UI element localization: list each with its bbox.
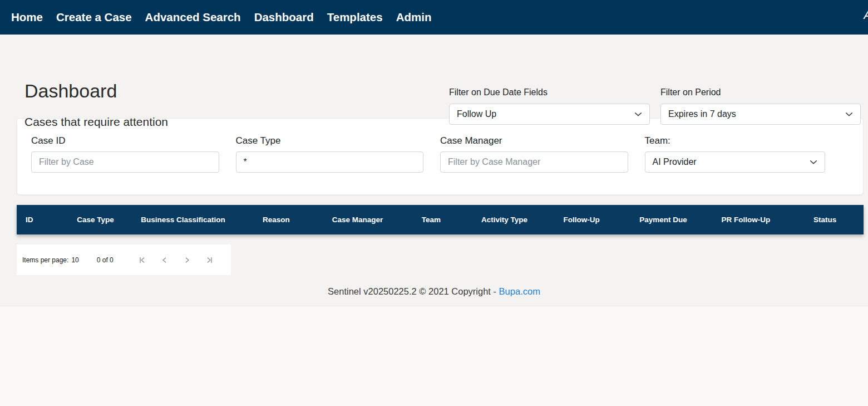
- footer-version-text: Sentinel v20250225.2 © 2021 Copyright -: [328, 286, 499, 296]
- column-header-payment-due[interactable]: Payment Due: [622, 216, 706, 224]
- top-navbar: Home Create a Case Advanced Search Dashb…: [0, 0, 868, 35]
- table-paginator: Items per page: 10 0 of 0: [17, 244, 231, 275]
- next-page-icon[interactable]: [176, 249, 198, 271]
- nav-item-admin[interactable]: Admin: [389, 0, 438, 35]
- filter-period: Filter on Period Expires in 7 days: [660, 87, 861, 125]
- column-header-business-classification[interactable]: Business Classification: [134, 216, 233, 224]
- footer-bupa-link[interactable]: Bupa.com: [499, 286, 540, 296]
- first-page-icon[interactable]: [131, 249, 154, 271]
- team-select-value: AI Provider: [653, 157, 697, 167]
- period-filter-select[interactable]: Expires in 7 days: [660, 104, 861, 125]
- nav-item-advanced-search[interactable]: Advanced Search: [139, 0, 248, 35]
- last-page-icon[interactable]: [198, 249, 220, 271]
- case-manager-field-group: Case Manager: [440, 135, 645, 173]
- column-header-follow-up[interactable]: Follow-Up: [542, 216, 622, 224]
- case-filter-card: Case ID Case Type Case Manager Team: AI …: [17, 118, 864, 195]
- content-area: Dashboard Cases that require attention F…: [0, 35, 868, 306]
- cases-table-header: ID Case Type Business Classification Rea…: [17, 205, 864, 234]
- chevron-down-icon: [634, 110, 642, 118]
- paginator-buttons: [131, 249, 220, 271]
- column-header-pr-follow-up[interactable]: PR Follow-Up: [705, 216, 786, 224]
- case-manager-label: Case Manager: [440, 135, 628, 146]
- case-type-label: Case Type: [236, 135, 424, 146]
- header-row: Dashboard Cases that require attention F…: [0, 35, 868, 118]
- column-header-reason[interactable]: Reason: [233, 216, 320, 224]
- period-filter-label: Filter on Period: [660, 87, 861, 97]
- column-header-status[interactable]: Status: [786, 216, 864, 224]
- nav-item-dashboard[interactable]: Dashboard: [248, 0, 320, 35]
- case-id-label: Case ID: [31, 135, 219, 146]
- nav-item-home[interactable]: Home: [4, 0, 50, 35]
- team-label: Team:: [645, 135, 826, 146]
- column-header-case-type[interactable]: Case Type: [57, 216, 134, 224]
- case-type-input[interactable]: [236, 151, 424, 173]
- items-per-page-select[interactable]: 10: [71, 256, 78, 264]
- paginator-range-text: 0 of 0: [97, 256, 114, 264]
- due-date-filter-value: Follow Up: [457, 109, 496, 119]
- page-title: Dashboard: [24, 80, 117, 102]
- chevron-down-icon: [845, 110, 853, 118]
- period-filter-value: Expires in 7 days: [668, 109, 736, 119]
- case-id-field-group: Case ID: [31, 135, 236, 173]
- team-select[interactable]: AI Provider: [645, 151, 826, 173]
- page-subtitle: Cases that require attention: [24, 115, 168, 129]
- column-header-activity-type[interactable]: Activity Type: [467, 216, 542, 224]
- case-manager-input[interactable]: [440, 151, 628, 173]
- column-header-case-manager[interactable]: Case Manager: [320, 216, 395, 224]
- chevron-down-icon: [810, 158, 817, 166]
- nav-item-templates[interactable]: Templates: [320, 0, 389, 35]
- due-date-filter-label: Filter on Due Date Fields: [449, 87, 650, 97]
- team-field-group: Team: AI Provider: [645, 135, 850, 173]
- previous-page-icon[interactable]: [154, 249, 176, 271]
- column-header-team[interactable]: Team: [395, 216, 467, 224]
- filter-due-date-fields: Filter on Due Date Fields Follow Up: [449, 87, 650, 125]
- footer: Sentinel v20250225.2 © 2021 Copyright - …: [0, 286, 868, 297]
- column-header-id[interactable]: ID: [17, 216, 57, 224]
- items-per-page-label: Items per page:: [22, 256, 68, 264]
- case-type-field-group: Case Type: [236, 135, 441, 173]
- case-id-input[interactable]: [31, 151, 219, 173]
- dashboard-page: Home Create a Case Advanced Search Dashb…: [0, 0, 868, 406]
- nav-user-partial-text: A: [864, 8, 868, 22]
- nav-item-create-a-case[interactable]: Create a Case: [50, 0, 139, 35]
- due-date-filter-select[interactable]: Follow Up: [449, 104, 650, 125]
